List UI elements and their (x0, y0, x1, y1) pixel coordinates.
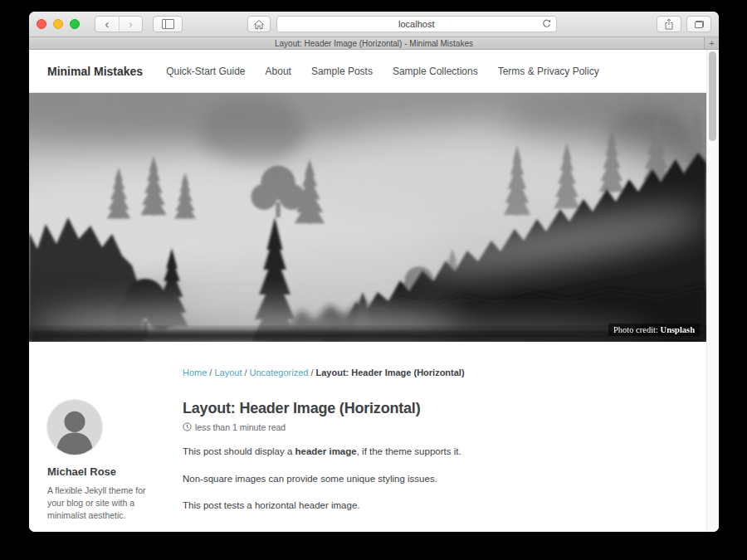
paragraph-1-bold: header image (295, 446, 357, 456)
breadcrumb: Home/Layout/Uncategorized/Layout: Header… (183, 368, 706, 377)
nav-item-about[interactable]: About (266, 66, 291, 77)
browser-window: ‹ › localhost Layout: Header Image (Hori… (29, 12, 719, 532)
show-all-tabs-button[interactable] (686, 16, 711, 32)
author-name: Michael Rose (47, 465, 183, 478)
address-bar[interactable]: localhost (276, 16, 557, 32)
post-meta: less than 1 minute read (183, 422, 657, 432)
sidebar-toggle-button[interactable] (153, 16, 183, 32)
nav-item-sample-collections[interactable]: Sample Collections (393, 66, 478, 77)
nav-item-terms-privacy-policy[interactable]: Terms & Privacy Policy (498, 66, 599, 77)
main-row: Michael Rose A flexible Jekyll theme for… (29, 400, 706, 532)
zoom-window-button[interactable] (70, 19, 80, 29)
foggy-forest-photo (29, 93, 706, 342)
close-window-button[interactable] (37, 19, 46, 29)
nav-item-quick-start-guide[interactable]: Quick-Start Guide (166, 66, 245, 77)
share-icon (664, 18, 674, 30)
avatar-placeholder-icon (47, 400, 102, 455)
page: Minimal Mistakes Quick-Start Guide About… (29, 50, 706, 532)
page-title: Layout: Header Image (Horizontal) (183, 400, 657, 417)
forward-button[interactable]: › (119, 17, 143, 32)
breadcrumb-separator: / (209, 368, 212, 377)
read-time: less than 1 minute read (195, 422, 286, 432)
scrollbar-thumb[interactable] (709, 51, 716, 141)
window-controls (37, 19, 86, 29)
breadcrumb-home-link[interactable]: Home (183, 368, 207, 377)
site-title-link[interactable]: Minimal Mistakes (47, 65, 143, 78)
sidebar-icon (162, 19, 174, 29)
tab-bar: Layout: Header Image (Horizontal) - Mini… (29, 37, 719, 50)
history-nav-group: ‹ › (95, 16, 143, 32)
back-button[interactable]: ‹ (95, 17, 119, 32)
breadcrumb-separator: / (244, 368, 247, 377)
scrollbar-track[interactable] (706, 50, 719, 532)
home-icon (254, 20, 264, 29)
browser-toolbar: ‹ › localhost (29, 12, 719, 37)
home-button[interactable] (247, 16, 271, 32)
paragraph-3: This post tests a horizontal header imag… (183, 499, 657, 514)
share-button[interactable] (657, 16, 681, 32)
article: Layout: Header Image (Horizontal) less t… (183, 400, 706, 532)
paragraph-1-text: This post should display a (183, 446, 295, 456)
breadcrumb-uncategorized-link[interactable]: Uncategorized (250, 368, 309, 377)
paragraph-1-text: , if the theme supports it. (357, 446, 461, 456)
page-content: Minimal Mistakes Quick-Start Guide About… (29, 50, 719, 532)
minimize-window-button[interactable] (53, 19, 63, 29)
photo-credit-source-link[interactable]: Unsplash (661, 325, 695, 334)
header-image: Photo credit: Unsplash (29, 93, 706, 342)
clock-icon (183, 422, 192, 431)
paragraph-2: Non-square images can provide some uniqu… (183, 472, 657, 487)
primary-nav: Quick-Start Guide About Sample Posts Sam… (166, 66, 619, 77)
back-icon: ‹ (105, 17, 109, 31)
forward-icon: › (129, 17, 133, 31)
tab-active[interactable]: Layout: Header Image (Horizontal) - Mini… (275, 39, 473, 48)
photo-credit: Photo credit: Unsplash (608, 324, 700, 336)
url-text: localhost (398, 19, 434, 29)
breadcrumb-separator: / (310, 368, 313, 377)
photo-credit-label: Photo credit: (613, 325, 661, 334)
breadcrumb-current: Layout: Header Image (Horizontal) (316, 368, 465, 377)
author-sidebar: Michael Rose A flexible Jekyll theme for… (29, 400, 183, 532)
masthead: Minimal Mistakes Quick-Start Guide About… (29, 50, 706, 93)
breadcrumb-layout-link[interactable]: Layout (214, 368, 242, 377)
new-tab-button[interactable]: + (704, 37, 719, 49)
tabs-overview-icon (695, 21, 704, 28)
plus-icon: + (709, 38, 714, 48)
avatar (47, 400, 102, 455)
nav-item-sample-posts[interactable]: Sample Posts (311, 66, 373, 77)
reload-icon (541, 18, 552, 29)
reload-button[interactable] (541, 18, 552, 31)
paragraph-1: This post should display a header image,… (183, 445, 657, 460)
author-bio: A flexible Jekyll theme for your blog or… (47, 485, 183, 523)
